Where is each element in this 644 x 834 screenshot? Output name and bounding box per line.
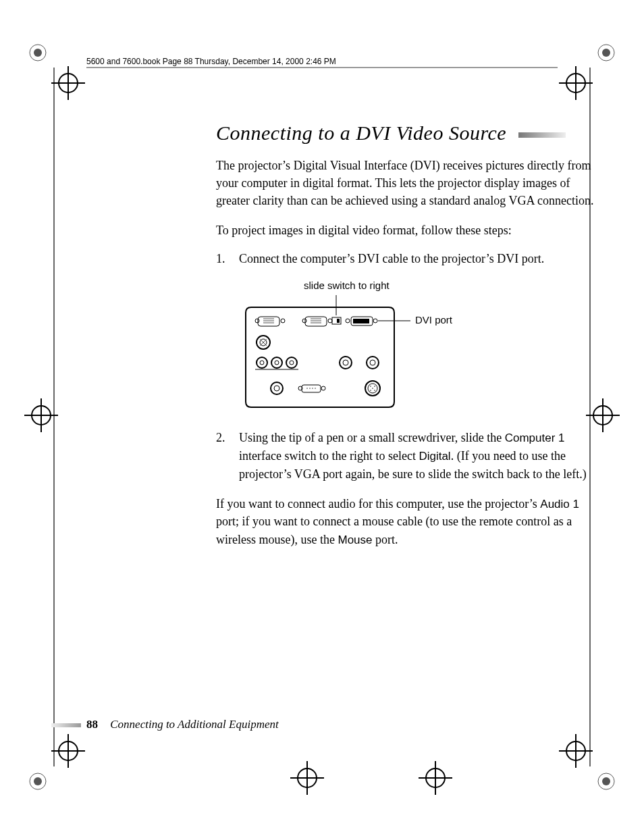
svg-point-6 [602, 49, 610, 57]
svg-point-61 [286, 357, 297, 368]
diagram-svg: DVI port [243, 295, 486, 410]
crop-mark-icon [24, 39, 85, 100]
audio1-label: Audio 1 [540, 498, 579, 511]
svg-point-22 [602, 777, 610, 785]
crop-mark-icon [559, 39, 620, 100]
svg-point-82 [372, 388, 373, 390]
crop-mark-icon [24, 398, 58, 432]
page-header: 5600 and 7600.book Page 88 Thursday, Dec… [86, 57, 336, 66]
closing-a: If you want to connect audio for this co… [216, 497, 540, 511]
title-bar-icon [518, 132, 566, 138]
svg-point-17 [34, 777, 42, 785]
svg-rect-46 [332, 317, 341, 324]
step-number: 2. [216, 429, 225, 446]
svg-point-36 [255, 319, 259, 323]
svg-point-66 [367, 357, 379, 369]
svg-point-62 [290, 361, 294, 365]
svg-point-42 [328, 319, 332, 323]
svg-point-69 [274, 386, 279, 391]
svg-point-64 [340, 357, 352, 369]
svg-rect-47 [337, 319, 340, 323]
digital-label: Digital [419, 450, 450, 463]
svg-point-73 [309, 388, 310, 389]
step-2: 2. Using the tip of a pen or a small scr… [216, 429, 594, 482]
closing-c: port. [373, 533, 398, 546]
header-text: 5600 and 7600.book Page 88 Thursday, Dec… [86, 57, 336, 66]
crop-mark-icon [559, 734, 620, 795]
closing-paragraph: If you want to connect audio for this co… [216, 495, 594, 548]
section-title-text: Connecting to a DVI Video Source [216, 122, 506, 144]
mouse-label: Mouse [338, 533, 372, 546]
dvi-port-label: DVI port [415, 314, 453, 325]
svg-point-51 [373, 319, 377, 323]
footer-bar-icon [51, 723, 81, 727]
svg-point-75 [315, 388, 315, 389]
svg-point-60 [275, 361, 279, 365]
lead-paragraph: To project images in digital video forma… [216, 221, 594, 239]
crop-mark-icon [24, 734, 85, 795]
chapter-title: Connecting to Additional Equipment [110, 718, 278, 731]
svg-rect-50 [353, 319, 369, 323]
svg-point-72 [306, 388, 307, 389]
svg-point-67 [370, 360, 375, 365]
content-area: Connecting to a DVI Video Source The pro… [216, 122, 594, 559]
svg-point-81 [374, 390, 375, 392]
svg-point-1 [34, 49, 42, 57]
section-title: Connecting to a DVI Video Source [216, 122, 594, 145]
svg-point-78 [370, 386, 371, 388]
computer1-label: Computer 1 [505, 432, 565, 444]
svg-point-79 [374, 386, 375, 388]
intro-paragraph: The projector’s Digital Visual Interface… [216, 157, 594, 209]
step-list: 1. Connect the computer’s DVI cable to t… [216, 250, 594, 267]
crop-mark-icon [419, 761, 452, 795]
svg-point-57 [257, 357, 267, 368]
step-text-a: Using the tip of a pen or a small screwd… [239, 431, 505, 444]
step-number: 1. [216, 250, 225, 267]
page-footer: 88 Connecting to Additional Equipment [86, 718, 279, 731]
step-text-b: interface switch to the right to select [239, 449, 419, 463]
step-1: 1. Connect the computer’s DVI cable to t… [216, 250, 594, 267]
svg-point-68 [271, 382, 283, 394]
svg-point-65 [343, 360, 348, 365]
step-list-2: 2. Using the tip of a pen or a small scr… [216, 429, 594, 482]
svg-point-58 [260, 361, 264, 365]
svg-point-80 [370, 390, 371, 392]
svg-point-48 [346, 319, 350, 323]
port-diagram: slide switch to right DVI port [243, 280, 594, 410]
step-text: Connect the computer’s DVI cable to the … [239, 252, 544, 265]
page-number: 88 [86, 718, 98, 731]
crop-mark-icon [290, 761, 324, 795]
svg-point-41 [302, 319, 306, 323]
svg-point-71 [321, 386, 325, 390]
diagram-caption: slide switch to right [304, 280, 594, 291]
svg-point-59 [271, 357, 282, 368]
svg-point-37 [281, 319, 285, 323]
svg-point-74 [312, 388, 313, 389]
